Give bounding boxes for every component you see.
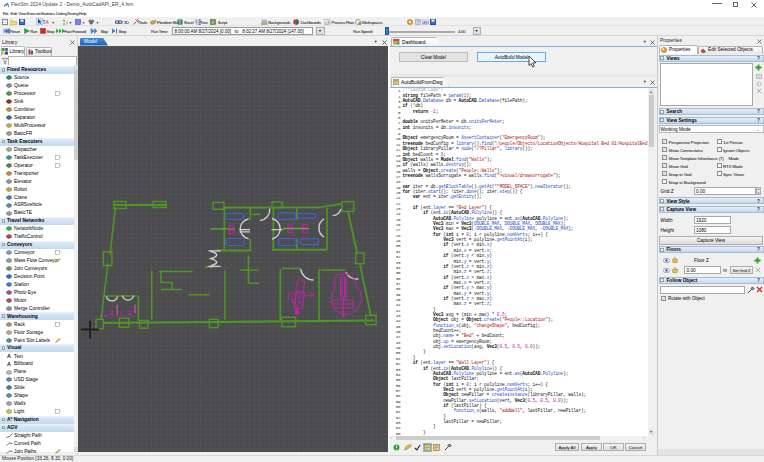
svg-text:?: ? (65, 20, 68, 24)
svg-text:A: A (46, 20, 49, 25)
svg-text:X: X (178, 19, 181, 24)
svg-text:AM: AM (423, 20, 428, 24)
